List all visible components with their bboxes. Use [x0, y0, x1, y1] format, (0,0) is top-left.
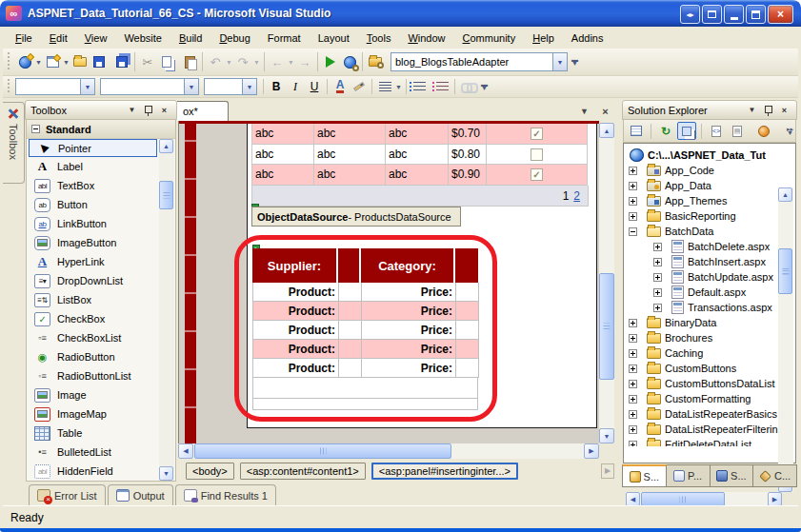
- properties-button[interactable]: [627, 122, 646, 140]
- expand-icon[interactable]: [629, 395, 637, 404]
- tree-item-binarydata[interactable]: BinaryData: [625, 315, 782, 330]
- document-list-button[interactable]: ▼: [577, 105, 591, 118]
- highlight-button[interactable]: [350, 78, 369, 96]
- toolbox-item-table[interactable]: Table: [27, 424, 159, 443]
- toolbar-overflow[interactable]: ▬▼: [570, 58, 580, 66]
- gridview-control[interactable]: abc abc abc $0.70 ✓ abc abc abc $0.80 ab…: [251, 124, 589, 207]
- redo-button[interactable]: ↷: [233, 51, 252, 72]
- view-designer-button[interactable]: ▤: [728, 122, 747, 140]
- scroll-up-icon[interactable]: ▲: [778, 187, 792, 202]
- redo-dropdown[interactable]: ▼: [252, 51, 261, 72]
- collapse-icon[interactable]: [31, 125, 40, 133]
- toolbox-item-bulletedlist[interactable]: •≡BulletedList: [27, 443, 159, 462]
- aspnet-configuration-button[interactable]: [754, 122, 773, 140]
- document-tab[interactable]: ox*: [177, 101, 229, 121]
- menu-build[interactable]: Build: [170, 30, 210, 47]
- refresh-button[interactable]: ↻: [656, 122, 675, 140]
- tree-item-custombuttonsdatalist[interactable]: CustomButtonsDataList: [625, 376, 782, 391]
- design-hscroll-thumb[interactable]: [194, 443, 451, 459]
- expand-icon[interactable]: [629, 349, 637, 358]
- tree-item-app-code[interactable]: App_Code: [625, 163, 782, 178]
- copy-button[interactable]: [157, 51, 176, 72]
- window-popout-button[interactable]: [702, 5, 722, 24]
- tree-root-website[interactable]: C:\...\ASPNET_Data_Tut: [625, 148, 782, 163]
- toolbox-item-hyperlink[interactable]: AHyperLink: [27, 252, 159, 271]
- toolbox-item-radiobutton[interactable]: ◉RadioButton: [27, 347, 159, 366]
- menu-community[interactable]: Community: [454, 30, 525, 47]
- align-dropdown[interactable]: ▼: [394, 76, 403, 97]
- toolbox-item-imagebutton[interactable]: ImageButton: [27, 233, 159, 252]
- toolbox-item-checkboxlist[interactable]: ▫≡CheckBoxList: [27, 328, 159, 347]
- toolbox-item-radiobuttonlist[interactable]: ◦≡RadioButtonList: [27, 366, 159, 385]
- tab-class-view[interactable]: C...: [753, 464, 797, 487]
- toolbox-item-button[interactable]: abButton: [27, 195, 159, 214]
- tree-item-basicreporting[interactable]: BasicReporting: [625, 208, 782, 224]
- font-size-combobox[interactable]: ▼: [204, 78, 257, 95]
- close-button[interactable]: ×: [768, 5, 793, 24]
- solution-explorer-close-button[interactable]: ×: [777, 104, 791, 117]
- scroll-right-icon[interactable]: ▶: [768, 492, 782, 506]
- expand-icon[interactable]: [629, 425, 637, 434]
- tab-server-explorer[interactable]: S...: [711, 464, 754, 487]
- toolbox-group-standard[interactable]: Standard: [27, 120, 175, 139]
- adapter-combobox-dropdown[interactable]: ▼: [552, 53, 567, 70]
- navigate-backward-button[interactable]: ←: [268, 51, 287, 72]
- tree-item-batchdata[interactable]: BatchData: [625, 224, 782, 239]
- page-content[interactable]: abc abc abc $0.70 ✓ abc abc abc $0.80 ab…: [247, 124, 597, 428]
- input-cell[interactable]: [456, 321, 479, 340]
- paste-button[interactable]: [180, 51, 199, 72]
- window-switch-button[interactable]: ◂▸: [680, 5, 700, 24]
- add-new-item-button[interactable]: [43, 51, 62, 72]
- solution-tree[interactable]: C:\...\ASPNET_Data_Tut App_Code App_Data…: [625, 145, 782, 446]
- input-cell[interactable]: [339, 340, 362, 359]
- input-cell[interactable]: [339, 302, 362, 321]
- target-rule-combobox[interactable]: ▼: [15, 78, 95, 95]
- tag-body[interactable]: <body>: [186, 463, 234, 480]
- menu-tools[interactable]: Tools: [358, 30, 400, 47]
- toolbox-item-imagemap[interactable]: ImageMap: [27, 404, 159, 424]
- toolbox-item-dropdownlist[interactable]: ≡▾DropDownList: [27, 271, 159, 290]
- design-surface[interactable]: abc abc abc $0.70 ✓ abc abc abc $0.80 ab…: [178, 121, 599, 443]
- tree-item-batchdelete[interactable]: BatchDelete.aspx: [625, 239, 782, 254]
- menu-layout[interactable]: Layout: [310, 30, 358, 47]
- tag-asp-panel[interactable]: <asp:panel#insertinginter...>: [371, 463, 518, 480]
- add-new-item-dropdown[interactable]: ▼: [62, 51, 70, 72]
- expand-icon[interactable]: [629, 167, 637, 175]
- scroll-down-icon[interactable]: ▼: [159, 466, 173, 481]
- toolbox-item-label-control[interactable]: ALabel: [27, 157, 159, 176]
- toolbar-gripper[interactable]: [7, 79, 11, 93]
- browse-with-button[interactable]: [340, 51, 359, 72]
- objectdatasource-control[interactable]: ObjectDataSource - ProductsDataSource: [251, 207, 461, 227]
- toolbox-item-textbox[interactable]: ablTextBox: [27, 176, 159, 195]
- underline-button[interactable]: U: [305, 78, 324, 96]
- solution-vscroll-thumb[interactable]: [778, 248, 792, 294]
- expand-icon[interactable]: [653, 304, 662, 312]
- solution-hscroll-thumb[interactable]: [641, 492, 725, 506]
- bulleted-list-button[interactable]: [410, 78, 429, 96]
- undo-dropdown[interactable]: ▼: [225, 51, 233, 72]
- toolbox-scroll-thumb[interactable]: [159, 181, 173, 209]
- tree-item-default[interactable]: Default.aspx: [625, 285, 782, 300]
- align-left-button[interactable]: [375, 78, 394, 96]
- menu-help[interactable]: Help: [524, 30, 563, 47]
- adapter-combobox[interactable]: blog_BlogsTableAdapter ▼: [390, 52, 568, 71]
- maximize-button[interactable]: [746, 5, 766, 24]
- tab-find-results[interactable]: Find Results 1: [175, 484, 276, 505]
- document-close-button[interactable]: ×: [598, 105, 612, 118]
- tree-item-customformatting[interactable]: CustomFormatting: [625, 391, 782, 406]
- expand-icon[interactable]: [653, 243, 662, 251]
- font-size-dropdown[interactable]: ▼: [242, 79, 256, 94]
- input-cell[interactable]: [456, 359, 479, 378]
- expand-icon[interactable]: [653, 273, 662, 282]
- menu-website[interactable]: Website: [115, 30, 170, 47]
- tab-properties[interactable]: P...: [667, 464, 711, 487]
- expand-icon[interactable]: [653, 258, 662, 266]
- pager-page-link[interactable]: 2: [573, 189, 580, 203]
- toolbox-item-linkbutton[interactable]: abLinkButton: [27, 214, 159, 233]
- expand-icon[interactable]: [629, 212, 637, 221]
- input-cell[interactable]: [339, 283, 362, 302]
- solution-explorer-pin-button[interactable]: [761, 104, 775, 117]
- toolbar-overflow[interactable]: ▬▼: [479, 83, 490, 90]
- expand-icon[interactable]: [653, 288, 662, 297]
- bold-button[interactable]: B: [267, 78, 286, 96]
